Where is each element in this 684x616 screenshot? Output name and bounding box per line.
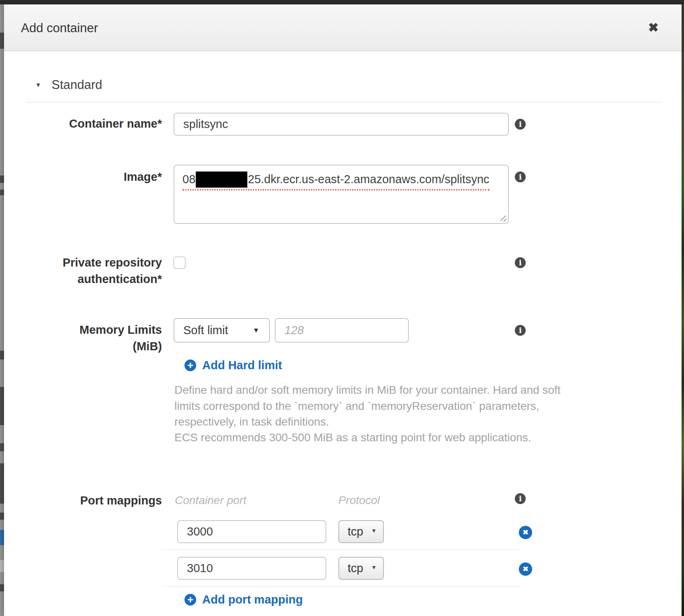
memory-limit-type-select[interactable]: Soft limit ▼ (174, 318, 270, 343)
memory-limits-label: Memory Limits (MiB) (22, 322, 162, 355)
container-port-input[interactable] (177, 557, 326, 580)
container-name-label: Container name* (22, 116, 162, 132)
add-hard-limit-label: Add Hard limit (202, 357, 282, 373)
protocol-column-header: Protocol (338, 492, 380, 509)
background-fragment (0, 351, 4, 360)
add-container-modal: Add container ✖ ▼ Standard Container nam… (4, 4, 682, 616)
memory-limit-type-value: Soft limit (183, 319, 228, 342)
delete-port-mapping-icon[interactable]: ✖ (519, 526, 532, 539)
resize-grip-line (504, 219, 507, 222)
chevron-down-icon: ▼ (371, 557, 377, 578)
plus-circle-icon: + (184, 360, 196, 371)
memory-help-text: ECS recommends 300-500 MiB as a starting… (174, 430, 531, 446)
container-name-input[interactable] (174, 113, 509, 136)
resize-handle[interactable] (499, 214, 507, 222)
image-textarea[interactable]: 0825.dkr.ecr.us-east-2.amazonaws.com/spl… (174, 165, 509, 224)
memory-limit-value-input[interactable] (275, 318, 409, 343)
section-collapse-caret-icon[interactable]: ▼ (33, 79, 44, 91)
container-port-column-header: Container port (175, 492, 246, 509)
image-value-suffix: 25.dkr.ecr.us-east-2.amazonaws.com/split… (248, 173, 489, 186)
desktop-wallpaper-sliver (682, 4, 684, 616)
background-fragment (0, 443, 4, 451)
image-value-prefix: 08 (182, 173, 195, 186)
protocol-value: tcp (348, 521, 363, 542)
delete-port-mapping-icon[interactable]: ✖ (519, 562, 532, 576)
memory-help-text: Define hard and/or soft memory limits in… (174, 382, 561, 398)
memory-help-text: limits correspond to the `memory` and `m… (174, 398, 539, 414)
info-icon[interactable]: i (515, 493, 526, 504)
background-fragment (0, 33, 4, 49)
background-fragment (0, 530, 4, 545)
background-page-strip (0, 4, 4, 616)
row-divider (162, 549, 521, 550)
image-label: Image* (22, 169, 162, 185)
container-port-input[interactable] (177, 520, 326, 543)
add-port-mapping-label: Add port mapping (202, 591, 303, 608)
background-fragment (0, 463, 4, 504)
chevron-down-icon: ▼ (253, 319, 259, 342)
background-fragment (0, 513, 4, 520)
background-fragment (0, 387, 4, 425)
protocol-value: tcp (348, 558, 363, 579)
row-divider (162, 586, 521, 587)
info-icon[interactable]: i (515, 172, 526, 182)
close-icon[interactable]: ✖ (645, 19, 662, 37)
private-repo-auth-checkbox[interactable] (173, 256, 186, 269)
plus-circle-icon: + (184, 594, 196, 606)
add-port-mapping-link[interactable]: + Add port mapping (184, 591, 305, 608)
protocol-select[interactable]: tcp ▼ (338, 520, 384, 543)
private-repo-auth-label: Private repository authentication* (22, 254, 162, 287)
section-divider (26, 102, 661, 102)
info-icon[interactable]: i (515, 257, 526, 268)
modal-title: Add container (21, 20, 98, 37)
modal-header: Add container ✖ (4, 4, 682, 51)
info-icon[interactable]: i (515, 325, 526, 336)
background-fragment (0, 584, 4, 591)
memory-help-text: respectively, in task definitions. (174, 414, 329, 430)
background-fragment (0, 176, 4, 183)
info-icon[interactable]: i (515, 119, 526, 130)
background-fragment (0, 190, 4, 195)
image-value: 0825.dkr.ecr.us-east-2.amazonaws.com/spl… (182, 171, 489, 190)
protocol-select[interactable]: tcp ▼ (338, 557, 384, 580)
browser-top-bar (0, 0, 684, 4)
add-hard-limit-link[interactable]: + Add Hard limit (184, 357, 289, 373)
chevron-down-icon: ▼ (371, 520, 377, 542)
section-title[interactable]: Standard (52, 77, 102, 93)
port-mappings-label: Port mappings (22, 492, 162, 509)
redaction-box (196, 172, 247, 188)
background-fragment (0, 560, 4, 572)
